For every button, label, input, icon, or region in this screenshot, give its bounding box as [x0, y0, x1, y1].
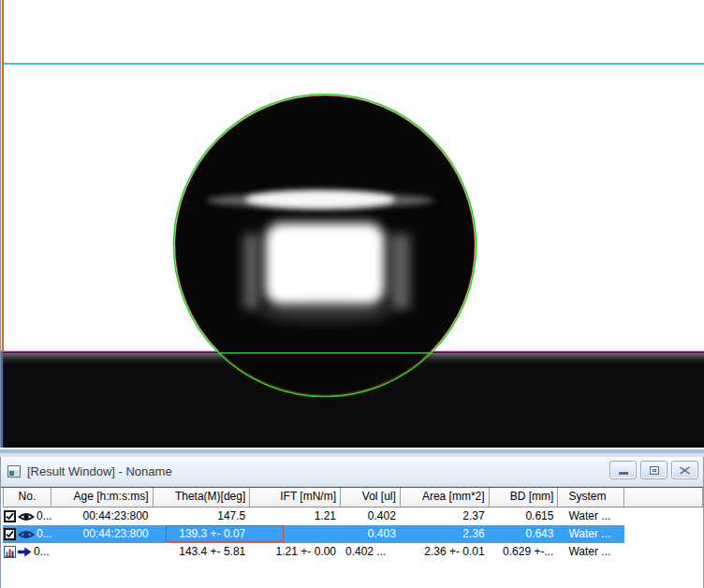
- result-window: [Result Window] - Noname No.Age [h:m:s:m…: [0, 457, 704, 588]
- column-header-bd[interactable]: BD [mm]: [490, 488, 559, 507]
- row-number-label: 0...: [37, 507, 51, 525]
- cell-extra[interactable]: [624, 525, 703, 543]
- column-header-theta[interactable]: Theta(M)[deg]: [154, 488, 251, 507]
- column-header-no[interactable]: No.: [3, 488, 51, 507]
- minimize-button[interactable]: [609, 461, 637, 479]
- window-title: [Result Window] - Noname: [27, 464, 172, 478]
- cell-bd[interactable]: 0.643: [490, 525, 559, 543]
- table-row[interactable]: 0...00:44:23:800139.3 +- 0.070.4032.360.…: [1, 525, 703, 543]
- arrow-right-icon: [18, 547, 32, 557]
- app-screen: [Result Window] - Noname No.Age [h:m:s:m…: [0, 0, 704, 588]
- cell-age[interactable]: 00:44:23:800: [51, 507, 154, 525]
- cell-extra[interactable]: [624, 507, 703, 525]
- eye-icon: [18, 529, 35, 540]
- cell-no: 0...: [3, 543, 51, 561]
- cell-theta[interactable]: 139.3 +- 0.07: [154, 525, 251, 543]
- column-header-extra[interactable]: [624, 488, 703, 507]
- minimize-icon: [619, 472, 628, 475]
- table-header-row: No.Age [h:m:s:ms]Theta(M)[deg]IFT [mN/m]…: [1, 487, 703, 507]
- cell-ift[interactable]: 1.21 +- 0.00: [250, 543, 341, 561]
- window-frame-strip: [0, 448, 704, 457]
- result-table: No.Age [h:m:s:ms]Theta(M)[deg]IFT [mN/m]…: [1, 487, 703, 561]
- droplet-image: [0, 0, 704, 448]
- column-header-system[interactable]: System: [558, 488, 624, 507]
- column-header-vol[interactable]: Vol [ul]: [341, 488, 401, 507]
- table-row[interactable]: 0...00:44:23:800147.51.210.4022.370.615W…: [1, 507, 703, 525]
- caption-buttons: [609, 461, 698, 479]
- window-icon: [7, 465, 21, 478]
- cell-vol[interactable]: 0.402: [341, 507, 401, 525]
- column-header-age[interactable]: Age [h:m:s:ms]: [51, 488, 154, 507]
- camera-view: [0, 0, 704, 448]
- close-icon: [680, 466, 690, 475]
- cell-vol[interactable]: 0.403: [341, 525, 401, 543]
- cell-theta[interactable]: 147.5: [154, 507, 251, 525]
- column-header-ift[interactable]: IFT [mN/m]: [250, 488, 341, 507]
- eye-icon: [18, 511, 35, 522]
- result-window-titlebar[interactable]: [Result Window] - Noname: [1, 457, 703, 487]
- cell-no: 0...: [3, 507, 51, 525]
- histogram-icon: [4, 546, 16, 558]
- cell-bd[interactable]: 0.629 +-...: [490, 543, 559, 561]
- cell-system[interactable]: Water ...: [558, 525, 624, 543]
- cell-area[interactable]: 2.36 +- 0.01: [401, 543, 490, 561]
- cell-age[interactable]: [51, 543, 154, 561]
- restore-button[interactable]: [640, 461, 667, 479]
- cell-age[interactable]: 00:44:23:800: [51, 525, 154, 543]
- cell-extra[interactable]: [624, 543, 703, 561]
- cell-no: 0...: [3, 525, 51, 543]
- row-number-label: 0...: [37, 525, 51, 543]
- cell-bd[interactable]: 0.615: [490, 507, 559, 525]
- column-header-area[interactable]: Area [mm*2]: [401, 488, 490, 507]
- cell-area[interactable]: 2.36: [401, 525, 490, 543]
- cell-ift[interactable]: 1.21: [250, 507, 341, 525]
- cell-system[interactable]: Water ...: [558, 507, 624, 525]
- cell-area[interactable]: 2.37: [401, 507, 490, 525]
- checkbox-checked-icon[interactable]: [4, 528, 16, 540]
- table-body: 0...00:44:23:800147.51.210.4022.370.615W…: [1, 507, 703, 561]
- cell-system[interactable]: Water ...: [558, 543, 624, 561]
- cell-theta[interactable]: 143.4 +- 5.81: [154, 543, 251, 561]
- restore-icon: [650, 466, 659, 475]
- checkbox-checked-icon[interactable]: [4, 510, 16, 522]
- close-button[interactable]: [671, 461, 698, 479]
- cell-ift[interactable]: [250, 525, 341, 543]
- row-number-label: 0...: [34, 543, 50, 561]
- cell-vol[interactable]: 0.402 ...: [341, 543, 401, 561]
- table-row[interactable]: 0...143.4 +- 5.811.21 +- 0.000.402 ...2.…: [1, 543, 703, 561]
